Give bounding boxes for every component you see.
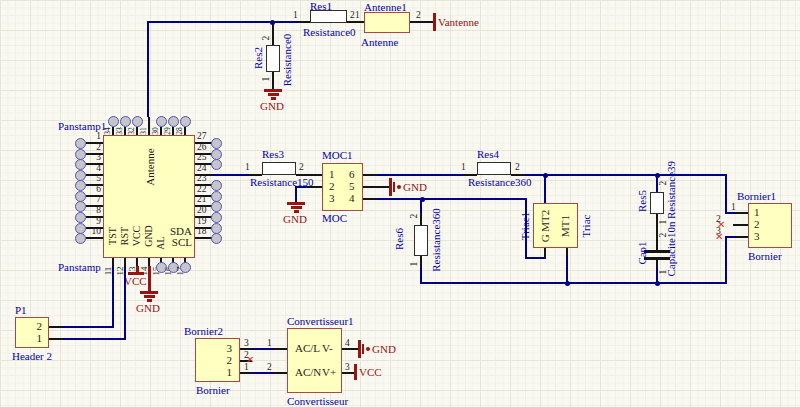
junction-dot (655, 281, 660, 286)
pin-stub (136, 258, 138, 266)
wire-segment[interactable] (63, 338, 126, 340)
pin-number: 6 (349, 168, 355, 180)
pin-number: 3 (345, 362, 350, 372)
value-label[interactable]: Resistance39 (665, 161, 677, 219)
pin-pad (75, 212, 86, 223)
pin-number: 30 (151, 127, 161, 135)
wire-segment[interactable] (112, 266, 114, 328)
value-label[interactable]: Resistance360 (430, 208, 442, 272)
pin-number: 21 (197, 194, 207, 204)
pin-pad (75, 233, 86, 244)
wire-segment[interactable] (725, 175, 727, 213)
resistor-res5[interactable] (650, 192, 664, 214)
antenna-part-antenne1[interactable] (364, 12, 410, 33)
value-label[interactable]: Capacite10n (665, 222, 677, 277)
gnd-label: GND (260, 100, 284, 112)
designator-label[interactable]: Antenne1 (364, 1, 407, 13)
gnd-bar-icon (362, 344, 364, 354)
pin-number: 4 (349, 192, 355, 204)
pin-pad (211, 212, 222, 223)
wire-segment[interactable] (147, 21, 149, 117)
value-label[interactable]: MOC (322, 212, 347, 224)
designator-label[interactable]: MOC1 (322, 149, 353, 161)
no-erc-marker[interactable]: ✕ (715, 232, 723, 242)
pin-pad (211, 138, 222, 149)
port-bar[interactable] (433, 13, 436, 31)
pin-pad (156, 116, 167, 127)
value-label[interactable]: Bornier (748, 250, 782, 262)
resistor-res2[interactable] (266, 45, 280, 72)
resistor-res6[interactable] (414, 225, 428, 256)
wire-segment[interactable] (252, 372, 274, 374)
designator-label[interactable]: Res3 (262, 148, 284, 160)
wire-segment[interactable] (566, 256, 568, 284)
value-label[interactable]: Resistance0 (303, 26, 356, 38)
pin-number: 10 (88, 226, 101, 236)
wire-segment[interactable] (295, 186, 297, 202)
gnd-earth-icon[interactable] (264, 89, 282, 92)
pin-stub (342, 348, 358, 350)
designator-label[interactable]: Bornier1 (737, 190, 776, 202)
pin-number: 24 (197, 163, 207, 173)
wire-segment[interactable] (377, 198, 527, 200)
resistor-res4[interactable] (477, 162, 511, 175)
pin-pad (75, 138, 86, 149)
pin-number: 26 (197, 142, 207, 152)
gnd-bar-icon[interactable] (389, 178, 392, 196)
wire-segment[interactable] (63, 326, 114, 328)
designator-label[interactable]: Bornier2 (184, 325, 223, 337)
pin-number: 1 (202, 366, 232, 378)
wire-segment[interactable] (212, 174, 249, 176)
resistor-res3[interactable] (262, 162, 296, 175)
wire-segment[interactable] (525, 174, 727, 176)
pin-name: V+ (322, 366, 336, 378)
pin-number: 5 (349, 180, 355, 192)
value-label[interactable]: Resistance0 (281, 34, 293, 87)
pin-pad (211, 159, 222, 170)
vcc-bar-icon[interactable] (354, 364, 357, 380)
ic-convertisseur1[interactable] (287, 328, 342, 393)
gnd-earth-icon[interactable] (140, 291, 158, 294)
gnd-bar-icon[interactable] (358, 340, 361, 358)
pin-number: 2 (409, 214, 419, 219)
pin-number: 1 (658, 270, 668, 275)
value-label[interactable]: Resistance360 (468, 176, 532, 188)
wire-segment[interactable] (124, 266, 126, 340)
wire-segment[interactable] (377, 174, 463, 176)
wire-segment[interactable] (725, 212, 735, 214)
designator-label[interactable]: Res1 (310, 0, 332, 12)
wire-segment[interactable] (252, 348, 274, 350)
no-erc-marker[interactable]: ✕ (246, 355, 254, 365)
wire-segment[interactable] (525, 257, 546, 259)
designator-label[interactable]: P1 (15, 304, 27, 316)
pin-number: 1 (88, 131, 101, 141)
wire-segment[interactable] (147, 21, 298, 23)
pin-number: 25 (197, 152, 207, 162)
gnd-earth-icon[interactable] (287, 202, 305, 205)
pin-stub (363, 198, 377, 200)
wire-segment[interactable] (420, 282, 727, 284)
value-label[interactable]: Panstamp (58, 261, 101, 273)
wire-segment[interactable] (544, 175, 546, 204)
designator-label[interactable]: Triac1 (519, 212, 531, 240)
value-label[interactable]: Convertisseur (287, 395, 348, 407)
designator-label[interactable]: Res6 (393, 228, 405, 250)
pin-number: 2 (658, 181, 668, 186)
value-label[interactable]: Header 2 (12, 350, 52, 362)
designator-label[interactable]: Convertisseur1 (287, 315, 354, 327)
ic-inner-label: Antenne (144, 148, 156, 185)
designator-label[interactable]: Res2 (252, 47, 264, 69)
value-label[interactable]: Bornier (196, 384, 230, 396)
pin-number: 2 (515, 162, 520, 172)
wire-segment[interactable] (725, 236, 727, 284)
no-erc-marker[interactable]: ✕ (717, 220, 725, 230)
designator-label[interactable]: Res5 (636, 190, 648, 212)
port-vantenne[interactable]: Vantenne (438, 16, 479, 28)
value-label[interactable]: Triac (580, 215, 592, 238)
pin-number: 32 (127, 127, 137, 135)
pin-number: 2 (299, 162, 304, 172)
designator-label[interactable]: Res4 (477, 148, 499, 160)
value-label[interactable]: Antenne (361, 36, 398, 48)
wire-segment[interactable] (725, 236, 735, 238)
designator-label[interactable]: Cap1 (636, 241, 648, 264)
